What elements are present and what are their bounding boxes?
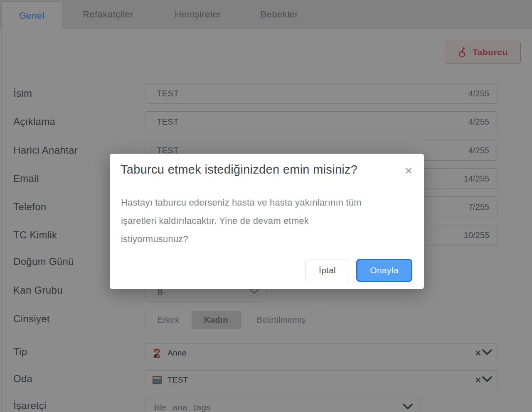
close-icon[interactable]: ×	[405, 164, 412, 177]
cancel-button[interactable]: İptal	[305, 260, 349, 281]
discharge-confirm-dialog: Taburcu etmek istediğinizden emin misini…	[110, 154, 424, 289]
dialog-title: Taburcu etmek istediğinizden emin misini…	[121, 163, 416, 177]
patient-detail-page: Refakatçiler Hemşireler Bebekler Genel T…	[0, 0, 532, 412]
dialog-actions: İptal Onayla	[305, 259, 412, 282]
confirm-button[interactable]: Onayla	[356, 259, 412, 282]
dialog-message: Hastayı taburcu ederseniz hasta ve hasta…	[121, 194, 366, 248]
